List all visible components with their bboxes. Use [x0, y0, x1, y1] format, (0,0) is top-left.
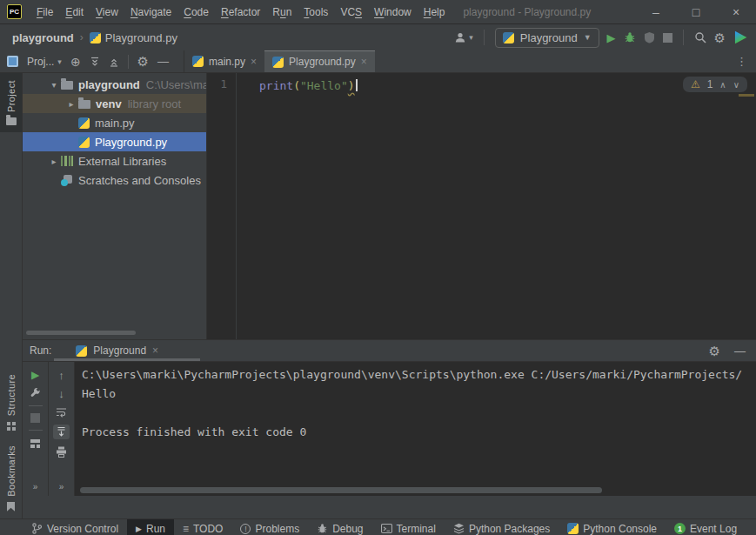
- breadcrumb-project[interactable]: playground: [12, 31, 74, 44]
- close-icon[interactable]: ×: [361, 56, 367, 68]
- up-stack-trace-button[interactable]: ↑: [58, 370, 64, 381]
- menu-code[interactable]: Code: [177, 6, 215, 18]
- scratches-icon: [61, 175, 73, 186]
- tool-window-button-python-console[interactable]: Python Console: [559, 519, 666, 535]
- chevron-down-icon: ▼: [584, 33, 592, 42]
- restore-layout-button[interactable]: [30, 438, 41, 449]
- error-stripe-mark[interactable]: [739, 94, 754, 97]
- editor-tab-playground-py[interactable]: Playground.py×: [264, 50, 375, 72]
- tab-label: main.py: [209, 56, 245, 68]
- scroll-to-end-button[interactable]: [53, 425, 70, 439]
- menu-run[interactable]: Run: [266, 6, 298, 18]
- tab-label: Playground.py: [289, 56, 356, 68]
- menu-vcs[interactable]: VCS: [334, 6, 368, 18]
- chevron-down-icon: ▾: [469, 33, 473, 42]
- soft-wrap-button[interactable]: [56, 406, 67, 418]
- chevron-right-icon[interactable]: ▸: [47, 157, 61, 166]
- breadcrumb-file[interactable]: Playground.py: [105, 31, 177, 44]
- menu-refactor[interactable]: Refactor: [215, 6, 266, 18]
- settings-button[interactable]: ⚙: [714, 31, 726, 44]
- editor-tab-main-py[interactable]: main.py×: [184, 50, 264, 72]
- project-horizontal-scrollbar[interactable]: [26, 331, 136, 335]
- run-with-coverage-button[interactable]: [644, 31, 655, 43]
- rerun-button[interactable]: ▶: [31, 370, 39, 380]
- run-console[interactable]: C:\Users\marki\PycharmProjects\playgroun…: [75, 362, 756, 496]
- tree-item-external-libraries[interactable]: ▸External Libraries: [23, 151, 206, 171]
- stripe-label: Bookmarks: [6, 445, 17, 497]
- python-icon: [192, 56, 204, 67]
- more-options-icon[interactable]: ⋮: [727, 50, 756, 72]
- select-opened-file-button[interactable]: ⊕: [70, 56, 81, 68]
- tool-window-button-version-control[interactable]: Version Control: [23, 519, 127, 535]
- learn-pycharm-icon[interactable]: [733, 30, 747, 44]
- tree-item-label: playground: [78, 78, 140, 91]
- run-settings-button[interactable]: ⚙: [709, 344, 720, 358]
- tree-item-venv[interactable]: ▸venvlibrary root: [23, 94, 206, 113]
- previous-problem-button[interactable]: ∧: [719, 80, 726, 90]
- run-button[interactable]: ▶: [607, 31, 616, 44]
- stop-button[interactable]: [663, 33, 672, 43]
- down-stack-trace-button[interactable]: ↓: [58, 388, 64, 399]
- stripe-button-bookmarks[interactable]: Bookmarks: [0, 438, 22, 518]
- menu-window[interactable]: Window: [368, 6, 418, 18]
- menu-navigate[interactable]: Navigate: [124, 6, 177, 18]
- run-toolbar-console: ↑ ↓ »: [49, 362, 75, 496]
- console-output: C:\Users\marki\PycharmProjects\playgroun…: [82, 365, 756, 442]
- title-bar: PC FileEditViewNavigateCodeRefactorRunTo…: [0, 0, 756, 24]
- tree-item-main-py[interactable]: main.py: [23, 113, 206, 132]
- maximize-button[interactable]: □: [676, 0, 716, 23]
- menu-help[interactable]: Help: [418, 6, 452, 18]
- tool-window-button-terminal[interactable]: Terminal: [372, 519, 445, 535]
- next-problem-button[interactable]: ∨: [733, 80, 739, 90]
- tree-item-scratches-and-consoles[interactable]: Scratches and Consoles: [23, 171, 206, 190]
- chevron-right-icon[interactable]: ▸: [64, 99, 78, 109]
- code-editor[interactable]: 1 print("Hello") ⚠ 1 ∧ ∨: [207, 73, 756, 339]
- search-everywhere-button[interactable]: [694, 31, 706, 43]
- menu-view[interactable]: View: [90, 6, 124, 18]
- run-configuration-select[interactable]: Playground ▼: [495, 28, 599, 48]
- tool-window-button-problems[interactable]: !Problems: [231, 519, 308, 535]
- stripe-button-structure[interactable]: Structure: [0, 367, 22, 438]
- menu-file[interactable]: File: [30, 6, 59, 18]
- inspections-widget[interactable]: ⚠ 1 ∧ ∨: [683, 77, 747, 92]
- chevron-down-icon[interactable]: ▾: [47, 80, 61, 90]
- tree-item-path: C:\Users\marki\Pych: [146, 78, 206, 91]
- collapse-all-button[interactable]: [109, 57, 119, 67]
- print-button[interactable]: [56, 446, 67, 458]
- close-icon[interactable]: ×: [251, 56, 257, 68]
- tool-window-button-run[interactable]: ▶Run: [127, 519, 174, 535]
- project-settings-button[interactable]: ⚙: [137, 55, 149, 68]
- tool-window-button-event-log[interactable]: 1Event Log: [666, 519, 746, 535]
- stripe-button-project[interactable]: Project: [0, 73, 22, 132]
- hide-panel-button[interactable]: —: [157, 55, 169, 68]
- tool-window-button-todo[interactable]: ≡TODO: [174, 519, 231, 535]
- stripe-label: Structure: [6, 374, 17, 416]
- expand-all-button[interactable]: [90, 57, 100, 67]
- tree-item-playground[interactable]: ▾playgroundC:\Users\marki\Pych: [23, 75, 206, 94]
- close-icon[interactable]: ×: [152, 344, 158, 357]
- stop-process-button[interactable]: [30, 413, 40, 423]
- tool-window-button-python-packages[interactable]: Python Packages: [445, 519, 559, 535]
- packages-icon: [453, 523, 465, 534]
- close-button[interactable]: ×: [716, 0, 756, 23]
- toolbar-separator: [29, 430, 43, 431]
- more-actions-button[interactable]: »: [59, 482, 64, 492]
- console-horizontal-scrollbar[interactable]: [80, 487, 602, 493]
- toolbar-right-actions: ▾ Playground ▼ ▶ ⚙: [454, 28, 747, 48]
- todo-list-icon: ≡: [183, 523, 189, 535]
- code-token: print: [259, 79, 293, 92]
- more-actions-button[interactable]: »: [33, 482, 38, 492]
- menu-tools[interactable]: Tools: [298, 6, 334, 18]
- hide-run-panel-button[interactable]: —: [734, 344, 746, 358]
- tree-item-playground-py[interactable]: Playground.py: [23, 132, 206, 151]
- menu-edit[interactable]: Edit: [59, 6, 90, 18]
- user-account-button[interactable]: ▾: [454, 31, 473, 43]
- debug-button[interactable]: [624, 31, 636, 43]
- tool-window-button-debug[interactable]: Debug: [308, 519, 371, 535]
- project-view-select[interactable]: Proj... ▾: [27, 56, 62, 68]
- minimize-button[interactable]: –: [636, 0, 676, 23]
- run-tab-playground[interactable]: Playground ×: [76, 344, 158, 357]
- editor-tabs: main.py×Playground.py×: [184, 50, 375, 72]
- structure-icon: [7, 422, 10, 425]
- wrench-icon[interactable]: [30, 387, 41, 398]
